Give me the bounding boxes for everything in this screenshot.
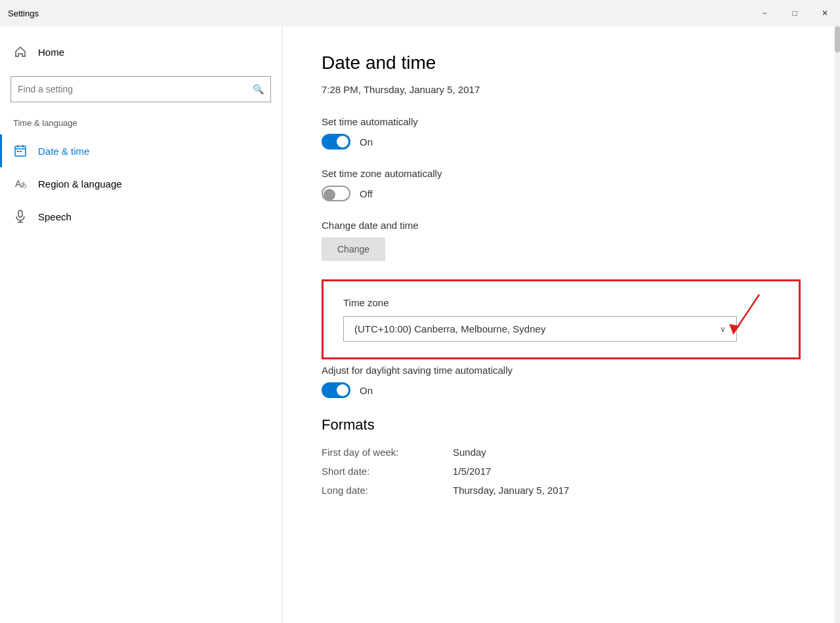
svg-rect-8 bbox=[18, 211, 22, 217]
svg-text:あ: あ bbox=[20, 181, 27, 188]
format-first-day-value: Sunday bbox=[453, 447, 486, 458]
sidebar-item-home[interactable]: Home bbox=[0, 33, 282, 71]
set-timezone-auto-row: Set time zone automatically Off bbox=[322, 168, 801, 201]
set-time-auto-row: Set time automatically On bbox=[322, 116, 801, 150]
search-icon[interactable]: 🔍 bbox=[253, 84, 264, 94]
sidebar-item-speech[interactable]: Speech bbox=[0, 200, 282, 233]
set-time-auto-toggle[interactable] bbox=[322, 134, 350, 150]
close-button[interactable]: ✕ bbox=[810, 0, 840, 26]
set-time-auto-label: Set time automatically bbox=[322, 116, 801, 127]
format-long-date-value: Thursday, January 5, 2017 bbox=[453, 485, 569, 496]
current-time: 7:28 PM, Thursday, January 5, 2017 bbox=[322, 84, 801, 95]
home-icon bbox=[13, 45, 28, 59]
daylight-saving-label: Adjust for daylight saving time automati… bbox=[322, 365, 801, 376]
region-language-icon: A あ bbox=[13, 176, 28, 191]
scrollbar-thumb[interactable] bbox=[835, 26, 840, 52]
format-row-short-date: Short date: 1/5/2017 bbox=[322, 466, 801, 477]
main-content: Date and time 7:28 PM, Thursday, January… bbox=[282, 26, 840, 623]
sidebar-section-label: Time & language bbox=[0, 115, 282, 134]
change-date-time-label: Change date and time bbox=[322, 220, 801, 231]
scrollbar[interactable] bbox=[835, 26, 840, 623]
titlebar: Settings − □ ✕ bbox=[0, 0, 840, 26]
format-first-day-key: First day of week: bbox=[322, 447, 453, 458]
timezone-value: (UTC+10:00) Canberra, Melbourne, Sydney bbox=[354, 323, 545, 334]
formats-title: Formats bbox=[322, 416, 801, 433]
page-title: Date and time bbox=[322, 52, 801, 73]
minimize-button[interactable]: − bbox=[749, 0, 780, 26]
format-row-long-date: Long date: Thursday, January 5, 2017 bbox=[322, 485, 801, 496]
set-timezone-auto-state: Off bbox=[360, 188, 373, 199]
timezone-dropdown[interactable]: (UTC+10:00) Canberra, Melbourne, Sydney … bbox=[343, 316, 737, 342]
set-time-auto-state: On bbox=[360, 136, 373, 148]
search-box: 🔍 bbox=[10, 76, 271, 102]
app-title: Settings bbox=[8, 9, 39, 18]
chevron-down-icon: ∨ bbox=[720, 325, 726, 334]
daylight-saving-state: On bbox=[360, 385, 373, 396]
sidebar-item-date-time[interactable]: Date & time bbox=[0, 134, 282, 167]
timezone-highlight-box: Time zone (UTC+10:00) Canberra, Melbourn… bbox=[322, 279, 801, 359]
format-short-date-key: Short date: bbox=[322, 466, 453, 477]
speech-icon bbox=[13, 209, 28, 224]
sidebar-item-date-time-label: Date & time bbox=[38, 146, 89, 157]
daylight-saving-toggle-row: On bbox=[322, 382, 801, 398]
search-input[interactable] bbox=[18, 84, 253, 94]
app-container: Home 🔍 Time & language Date & time bbox=[0, 26, 840, 623]
toggle-thumb-daylight bbox=[337, 384, 348, 396]
date-time-icon bbox=[13, 144, 28, 158]
toggle-thumb-off bbox=[324, 189, 335, 201]
maximize-button[interactable]: □ bbox=[780, 0, 810, 26]
timezone-highlight-container: Time zone (UTC+10:00) Canberra, Melbourn… bbox=[322, 279, 801, 359]
home-label: Home bbox=[38, 47, 64, 58]
set-timezone-auto-toggle-row: Off bbox=[322, 186, 801, 201]
svg-rect-5 bbox=[20, 151, 22, 152]
toggle-thumb-on bbox=[337, 136, 348, 148]
sidebar-item-speech-label: Speech bbox=[38, 211, 72, 222]
svg-rect-4 bbox=[17, 151, 19, 152]
daylight-saving-row: Adjust for daylight saving time automati… bbox=[322, 365, 801, 398]
change-button[interactable]: Change bbox=[322, 237, 385, 261]
set-timezone-auto-label: Set time zone automatically bbox=[322, 168, 801, 179]
change-date-time-row: Change date and time Change bbox=[322, 220, 801, 261]
window-controls: − □ ✕ bbox=[749, 0, 840, 26]
sidebar: Home 🔍 Time & language Date & time bbox=[0, 26, 282, 623]
set-timezone-auto-toggle[interactable] bbox=[322, 186, 350, 201]
format-row-first-day: First day of week: Sunday bbox=[322, 447, 801, 458]
sidebar-item-region-language[interactable]: A あ Region & language bbox=[0, 167, 282, 200]
format-short-date-value: 1/5/2017 bbox=[453, 466, 491, 477]
daylight-saving-toggle[interactable] bbox=[322, 382, 350, 398]
timezone-label: Time zone bbox=[343, 297, 779, 308]
set-time-auto-toggle-row: On bbox=[322, 134, 801, 150]
format-long-date-key: Long date: bbox=[322, 485, 453, 496]
sidebar-item-region-label: Region & language bbox=[38, 178, 122, 190]
